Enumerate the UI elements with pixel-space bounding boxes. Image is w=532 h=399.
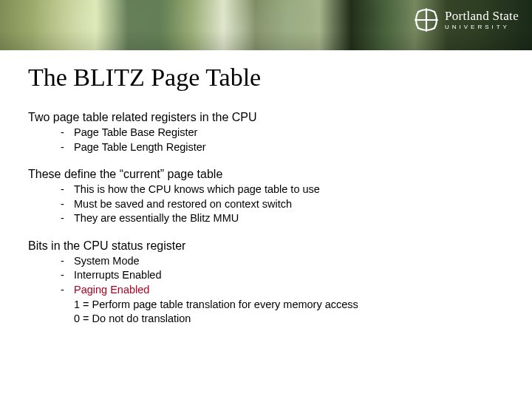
section-2: Bits in the CPU status register -System …	[28, 239, 504, 327]
bullet-text: Page Table Length Register	[74, 140, 206, 155]
section-heading: Two page table related registers in the …	[28, 111, 504, 124]
bullet-text: Paging Enabled	[74, 283, 149, 298]
list-item: -System Mode	[61, 254, 504, 269]
bullet-text: Must be saved and restored on context sw…	[74, 197, 292, 212]
bullet-list: -System Mode -Interrupts Enabled -Paging…	[61, 254, 504, 327]
bullet-text: Page Table Base Register	[74, 126, 197, 140]
list-item: -Must be saved and restored on context s…	[61, 197, 504, 212]
list-item: -This is how the CPU knows which page ta…	[61, 183, 504, 197]
bullet-text: They are essentially the Blitz MMU	[74, 211, 239, 226]
bullet-list: -Page Table Base Register -Page Table Le…	[61, 126, 504, 154]
section-heading: These define the “current” page table	[28, 168, 504, 181]
list-item: -Paging Enabled	[61, 283, 504, 298]
bullet-text: Interrupts Enabled	[74, 268, 162, 283]
section-0: Two page table related registers in the …	[28, 111, 504, 154]
section-1: These define the “current” page table -T…	[28, 168, 504, 226]
bullet-list: -This is how the CPU knows which page ta…	[61, 183, 504, 226]
header-banner: Portland State UNIVERSITY	[0, 0, 532, 50]
list-item: -Interrupts Enabled	[61, 268, 504, 283]
slide-title: The BLITZ Page Table	[28, 64, 504, 92]
logo-text-line1: Portland State	[445, 10, 519, 22]
bullet-text: System Mode	[74, 254, 140, 269]
bullet-text: This is how the CPU knows which page tab…	[74, 183, 320, 197]
logo-mark-icon	[414, 7, 439, 33]
slide-content: The BLITZ Page Table Two page table rela…	[0, 50, 532, 327]
list-item: -Page Table Length Register	[61, 140, 504, 155]
bullet-text: 0 = Do not do translation	[74, 312, 191, 327]
list-item: -They are essentially the Blitz MMU	[61, 211, 504, 226]
list-sub-item: 0 = Do not do translation	[74, 312, 504, 327]
list-item: -Page Table Base Register	[61, 126, 504, 140]
list-sub-item: 1 = Perform page table translation for e…	[74, 298, 504, 313]
university-logo: Portland State UNIVERSITY	[414, 7, 519, 33]
logo-text-line2: UNIVERSITY	[445, 24, 519, 30]
bullet-text: 1 = Perform page table translation for e…	[74, 298, 358, 313]
section-heading: Bits in the CPU status register	[28, 239, 504, 253]
